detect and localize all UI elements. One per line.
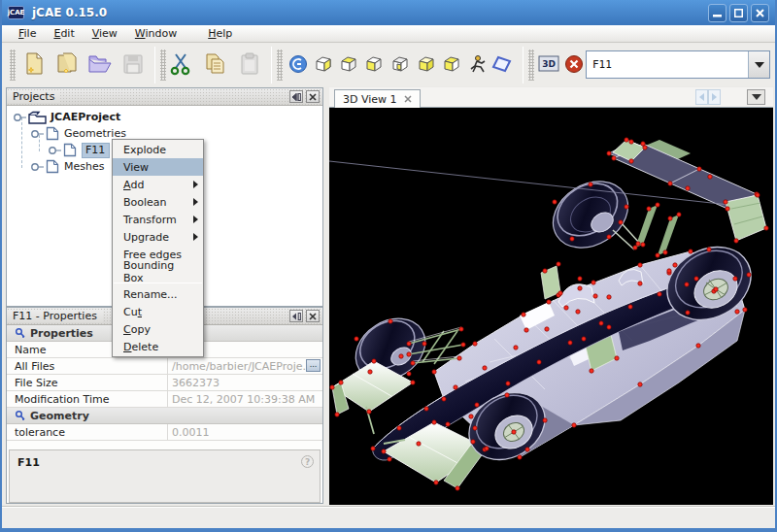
menu-view[interactable]: View	[84, 26, 126, 42]
tree-expand-handle[interactable]	[30, 161, 44, 173]
menu-item-transform[interactable]: Transform	[113, 211, 203, 228]
section-toggle-icon	[15, 410, 26, 421]
remove-view-button[interactable]	[562, 51, 586, 77]
new-file-button[interactable]	[19, 49, 49, 80]
save-icon	[121, 51, 145, 77]
maximize-icon	[734, 9, 743, 17]
toolbar-grip[interactable]	[528, 50, 534, 81]
chevron-right-icon	[712, 93, 717, 101]
view-selector-combobox[interactable]	[586, 50, 770, 79]
title-bar[interactable]: jCAE jCAE 0.15.0	[2, 0, 775, 25]
close-panel-button[interactable]	[306, 90, 320, 103]
maximize-button[interactable]	[729, 4, 748, 22]
cube-front-icon	[363, 54, 385, 74]
tree-item-jcaeproject[interactable]: JCAEProject	[13, 109, 120, 125]
tab-close-icon[interactable]	[404, 95, 412, 103]
menu-item-explode[interactable]: Explode	[113, 141, 203, 158]
dock-panel-button[interactable]	[289, 310, 303, 322]
submenu-arrow-icon	[193, 198, 198, 206]
tree-expand-handle[interactable]	[48, 145, 61, 156]
dock-panel-button[interactable]	[289, 90, 303, 103]
app-icon: jCAE	[8, 6, 24, 19]
tree-expand-handle[interactable]	[13, 112, 26, 123]
menu-item-delete[interactable]: Delete	[113, 338, 203, 355]
minimize-icon	[713, 9, 722, 17]
cube-wire-button[interactable]	[312, 51, 335, 77]
tree-item-meshes[interactable]: Meshes	[30, 158, 104, 175]
menu-bar: File Edit View Window Help	[2, 25, 775, 43]
cube-top-button[interactable]	[337, 51, 360, 77]
projects-panel-header[interactable]: Projects	[7, 88, 322, 106]
tab-3d-view-1[interactable]: 3D View 1	[334, 89, 421, 108]
property-value[interactable]: /home/barbier/JCAEProje... ...	[168, 358, 322, 374]
scroll-tabs-left-button[interactable]	[695, 89, 708, 105]
f1-car-model	[329, 108, 773, 505]
tree-item-label: Meshes	[64, 160, 104, 173]
geometry-sphere-icon	[288, 54, 308, 74]
property-value[interactable]: 3662373	[168, 375, 322, 390]
menu-item-copy[interactable]: Copy	[113, 320, 203, 338]
3d-view-button[interactable]: 3D	[537, 51, 560, 77]
paste-button[interactable]	[235, 49, 264, 80]
cube-solid-icon	[416, 54, 437, 74]
tab-scroll-buttons	[695, 89, 721, 105]
note-button[interactable]	[490, 51, 514, 77]
cube-both-icon	[441, 54, 462, 74]
description-title: F11	[17, 456, 40, 469]
minimize-button[interactable]	[708, 4, 726, 22]
paste-icon	[238, 51, 261, 77]
application-window: jCAE jCAE 0.15.0 File Edit View Window H…	[0, 0, 777, 532]
menu-item-rename[interactable]: Rename...	[113, 285, 203, 303]
close-panel-button[interactable]	[306, 310, 320, 322]
cube-front-button[interactable]	[362, 51, 386, 77]
context-menu: Explode View Add Boolean Transform Upgra…	[112, 139, 204, 357]
menu-item-upgrade[interactable]: Upgrade	[113, 228, 203, 246]
menu-item-cut[interactable]: Cut	[113, 303, 203, 320]
new-from-template-button[interactable]	[52, 49, 82, 80]
browse-button[interactable]: ...	[306, 359, 321, 372]
close-button[interactable]	[751, 4, 769, 22]
section-geometry[interactable]: Geometry	[7, 408, 322, 424]
scroll-tabs-right-button[interactable]	[708, 89, 721, 105]
view-tab-bar: 3D View 1	[329, 87, 773, 108]
geometry-sphere-button[interactable]	[287, 51, 310, 77]
view-selector-input[interactable]	[587, 51, 748, 78]
tree-expand-handle[interactable]	[30, 128, 44, 140]
property-row-file-size: File Size 3662373	[7, 375, 322, 391]
cube-left-icon	[389, 54, 411, 74]
help-icon[interactable]: ?	[301, 455, 314, 468]
menu-window[interactable]: Window	[126, 26, 186, 42]
actor-button[interactable]	[465, 51, 489, 77]
cube-left-button[interactable]	[388, 51, 412, 77]
close-icon	[309, 93, 317, 101]
menu-item-bounding-box[interactable]: Bounding Box	[113, 263, 203, 281]
cube-solid-button[interactable]	[415, 51, 438, 77]
toolbar-grip[interactable]	[10, 50, 16, 81]
toolbar: 3D	[2, 44, 775, 86]
toolbar-grip[interactable]	[277, 50, 283, 81]
chevron-down-icon	[755, 62, 764, 68]
save-button[interactable]	[118, 49, 148, 80]
property-name: File Size	[7, 375, 168, 390]
menu-item-view[interactable]: View	[113, 158, 203, 176]
open-folder-button[interactable]	[85, 49, 115, 80]
cut-icon	[169, 51, 194, 77]
cut-button[interactable]	[167, 49, 196, 80]
file-icon	[46, 126, 59, 141]
property-value[interactable]: Dec 12, 2007 10:39:38 AM	[168, 391, 322, 407]
tree-item-f11[interactable]: F11	[48, 142, 110, 158]
tab-list-dropdown-button[interactable]	[747, 89, 765, 105]
menu-edit[interactable]: Edit	[45, 26, 83, 42]
menu-help[interactable]: Help	[199, 26, 241, 42]
menu-item-add[interactable]: Add	[113, 176, 203, 193]
property-value[interactable]: 0.0011	[168, 424, 322, 440]
toolbar-grip[interactable]	[160, 50, 166, 81]
menu-file[interactable]: File	[10, 26, 45, 42]
file-icon	[63, 143, 77, 157]
cube-both-button[interactable]	[440, 51, 463, 77]
copy-button[interactable]	[201, 49, 230, 80]
menu-item-boolean[interactable]: Boolean	[113, 193, 203, 211]
3d-view-icon: 3D	[538, 55, 559, 73]
3d-viewport[interactable]	[329, 108, 773, 505]
combo-dropdown-button[interactable]	[748, 51, 769, 78]
